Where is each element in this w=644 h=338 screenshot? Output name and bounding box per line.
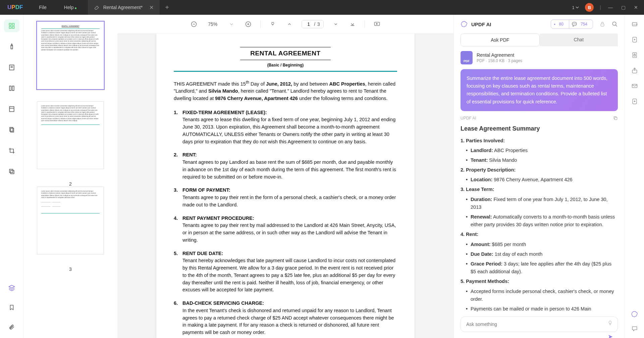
- summary-line: Payments can be mailed or made in person…: [461, 305, 618, 312]
- titlebar: UPDF File Help Rental Agreement* ✕ + 1 B…: [0, 0, 644, 15]
- menu-help[interactable]: Help: [55, 5, 83, 10]
- svg-rect-1: [12, 23, 14, 26]
- svg-rect-25: [633, 37, 637, 42]
- eraser-icon: [94, 5, 99, 10]
- doc-subtitle: (Basic / Beginning): [174, 62, 397, 68]
- page-total: 3: [317, 21, 320, 27]
- zoom-in-icon[interactable]: [244, 19, 253, 29]
- ai-input[interactable]: [466, 322, 612, 327]
- svg-rect-27: [634, 55, 635, 56]
- edit-tool-icon[interactable]: [4, 103, 19, 115]
- highlighter-tool-icon[interactable]: [4, 40, 19, 53]
- maximize-icon[interactable]: ▢: [620, 5, 627, 10]
- new-tab-button[interactable]: +: [160, 4, 174, 11]
- tab-title: Rental Agreement*: [103, 5, 143, 10]
- page-input[interactable]: / 3: [302, 20, 324, 28]
- zoom-out-icon[interactable]: [189, 19, 199, 29]
- send-icon[interactable]: ➤: [608, 333, 613, 338]
- app-logo: UPDF: [0, 4, 30, 11]
- summary-line: Duration: Fixed term of one year from Ju…: [461, 196, 618, 211]
- minimize-icon[interactable]: —: [607, 5, 614, 10]
- extract-tool-icon[interactable]: [4, 165, 19, 178]
- search-icon[interactable]: [612, 21, 618, 27]
- svg-text:OCR: OCR: [633, 23, 637, 26]
- user-prompt: Summarize the entire lease agreement doc…: [461, 69, 618, 111]
- svg-rect-3: [12, 27, 14, 29]
- first-page-icon[interactable]: [268, 19, 277, 29]
- save-icon[interactable]: [631, 98, 638, 105]
- svg-rect-19: [601, 24, 604, 26]
- reader-tool-icon[interactable]: [4, 82, 19, 95]
- summary-line: Location: 9876 Cherry Avenue, Apartment …: [461, 176, 618, 184]
- bookmark-icon[interactable]: [4, 301, 19, 314]
- summary-line: Landlord: ABC Properties: [461, 147, 618, 154]
- page-scroll[interactable]: RENTAL AGREEMENT (Basic / Beginning) THI…: [117, 34, 453, 338]
- doc-section: 3.FORM OF PAYMENT:Tenants agree to pay t…: [174, 187, 397, 208]
- doc-toolbar: 75% / 3: [117, 15, 453, 34]
- token-badge[interactable]: ▪80 💬754: [551, 19, 593, 29]
- attachment-icon[interactable]: [4, 321, 19, 333]
- share-icon[interactable]: [631, 67, 638, 74]
- svg-line-21: [615, 25, 617, 27]
- ai-logo-icon: [461, 20, 468, 28]
- form-tool-icon[interactable]: [4, 61, 19, 74]
- organize-tool-icon[interactable]: [4, 124, 19, 136]
- thumbnail-page-3[interactable]: Lorem ipsum dolor sit amet consectetur a…: [37, 187, 104, 272]
- last-page-icon[interactable]: [348, 19, 357, 29]
- page-current-field[interactable]: [305, 21, 312, 27]
- file-info: PDF · 158.0 KB · 3 pages: [477, 58, 522, 63]
- file-card: PDF Rental Agreement PDF · 158.0 KB · 3 …: [461, 51, 618, 64]
- comment-icon[interactable]: [631, 325, 638, 332]
- thumbnail-tool-icon[interactable]: [4, 19, 19, 32]
- tab-chat[interactable]: Chat: [540, 34, 618, 46]
- document-page: RENTAL AGREEMENT (Basic / Beginning) THI…: [156, 34, 415, 338]
- close-window-icon[interactable]: ✕: [633, 5, 639, 10]
- thumbnail-panel: RENTAL AGREEMENTLorem ipsum dolor sit am…: [23, 15, 117, 338]
- copy-icon[interactable]: [613, 116, 618, 120]
- doc-intro: THIS AGREEMENT made this 15th Day of Jun…: [174, 79, 397, 102]
- compress-icon[interactable]: [631, 36, 638, 43]
- summary-line: 4. Rent:: [461, 231, 618, 238]
- user-avatar[interactable]: B: [585, 3, 594, 12]
- ai-panel: UPDF AI ▪80 💬754 Ask PDF Chat PDF Rental…: [453, 15, 625, 338]
- zoom-level: 75%: [206, 21, 219, 27]
- ai-flower-icon[interactable]: [631, 310, 638, 318]
- lightbulb-icon[interactable]: [607, 320, 613, 326]
- thumbnail-page-2[interactable]: Lorem ipsum dolor sit amet consectetur a…: [37, 101, 104, 187]
- zoom-dropdown-icon[interactable]: [227, 19, 236, 29]
- document-tab[interactable]: Rental Agreement* ✕: [88, 0, 160, 15]
- next-page-icon[interactable]: [331, 19, 340, 29]
- svg-rect-7: [9, 107, 14, 112]
- doc-title: RENTAL AGREEMENT: [240, 47, 330, 60]
- prev-page-icon[interactable]: [285, 19, 294, 29]
- summary-line: 1. Parties Involved:: [461, 137, 618, 145]
- file-name: Rental Agreement: [477, 52, 522, 58]
- ai-panel-title: UPDF AI: [471, 21, 547, 27]
- tab-ask-pdf[interactable]: Ask PDF: [461, 34, 540, 46]
- doc-section: 2.RENT:Tenant agrees to pay Landlord as …: [174, 151, 397, 181]
- responder-label: UPDF AI: [461, 116, 476, 120]
- crop-tool-icon[interactable]: [4, 144, 19, 157]
- summary-line: Due Date: 1st day of each month: [461, 250, 618, 258]
- summary-line: 5. Payment Methods:: [461, 278, 618, 285]
- thumbnail-page-1[interactable]: RENTAL AGREEMENTLorem ipsum dolor sit am…: [37, 21, 104, 89]
- lock-icon[interactable]: [600, 21, 605, 27]
- email-icon[interactable]: [631, 83, 638, 89]
- window-counter[interactable]: 1: [572, 5, 579, 10]
- menu-file[interactable]: File: [30, 5, 55, 10]
- protect-icon[interactable]: [631, 52, 638, 58]
- presentation-icon[interactable]: [372, 19, 382, 29]
- svg-rect-12: [10, 171, 14, 174]
- summary-line: Tenant: Silvia Mando: [461, 156, 618, 164]
- ocr-icon[interactable]: OCR: [631, 21, 638, 28]
- left-sidebar: [0, 15, 23, 338]
- layers-icon[interactable]: [4, 282, 19, 294]
- svg-rect-22: [615, 117, 617, 119]
- svg-point-20: [612, 22, 616, 26]
- svg-rect-2: [9, 27, 11, 29]
- summary-line: Renewal: Automatically converts to a mon…: [461, 213, 618, 229]
- summary-line: Accepted forms include personal check, c…: [461, 288, 618, 303]
- close-tab-icon[interactable]: ✕: [149, 4, 154, 11]
- svg-rect-11: [9, 169, 13, 173]
- ai-input-area: ➤: [461, 317, 618, 332]
